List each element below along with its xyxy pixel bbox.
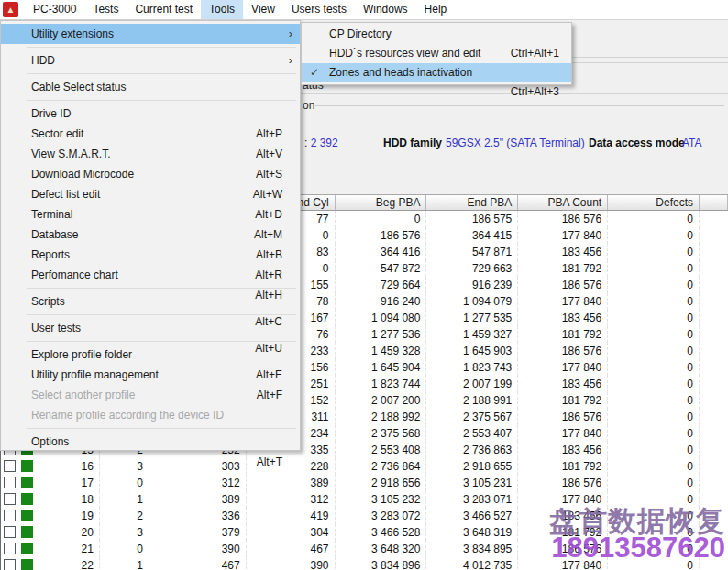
cell-end_pba: 1 823 743 [426,359,518,376]
cell-pba_count: 181 792 [518,260,608,277]
table-row[interactable]: 1633032282 736 8642 918 655181 7920 [1,458,728,475]
row-checkbox[interactable] [4,526,16,538]
menu-item-options[interactable]: OptionsAlt+T [1,432,300,452]
menubar-item-windows[interactable]: Windows [355,0,416,19]
menu-item-rename-profile-according-the-device-id[interactable]: Rename profile according the device ID [1,405,300,425]
cell-zone: 20 [39,524,100,541]
cell-beg_pba: 3 834 896 [336,557,427,570]
table-row[interactable]: 1813893123 105 2323 283 071177 8400 [1,491,728,508]
cell-beg_pba: 2 918 656 [336,475,427,491]
filler-cell [700,508,728,524]
cell-beg_cyl: 336 [149,508,247,524]
cell-beg_pba: 2 188 992 [336,409,427,425]
submenu-item-cp-directory[interactable]: CP DirectoryCtrl+Alt+1 [302,25,571,44]
checkbox-cell [1,491,17,508]
menubar-item-tools[interactable]: Tools [201,0,243,19]
menu-item-explore-profile-folder[interactable]: Explore profile folderAlt+E [1,345,300,365]
menu-item-view-s-m-a-r-t[interactable]: View S.M.A.R.T.Alt+S [1,144,300,164]
menu-item-terminal[interactable]: TerminalAlt+M [1,204,300,225]
filler-cell [700,359,728,376]
cell-zone: 22 [39,557,100,570]
table-row[interactable]: 2214673903 834 8964 012 735177 8400 [1,557,728,570]
row-checkbox[interactable] [4,559,16,570]
column-header-beg-pba[interactable]: Beg PBA [336,195,427,210]
checkbox-cell [1,541,17,557]
row-checkbox[interactable] [4,543,16,554]
menubar-item-view[interactable]: View [243,0,283,19]
table-row[interactable]: 1703123892 918 6563 105 231186 5760 [1,475,728,491]
cell-defects: 0 [608,508,700,524]
filler-cell [700,491,728,508]
cell-defects: 0 [608,293,700,310]
table-row[interactable]: 2103904673 648 3203 834 895186 5760 [1,541,728,557]
cell-defects: 0 [608,326,700,343]
cell-end_pba: 2 736 863 [426,442,518,458]
cell-hd: 1 [100,491,149,508]
table-row[interactable]: 2033793043 466 5283 648 319181 7920 [1,524,728,541]
cell-end_pba: 2 918 655 [426,458,518,475]
submenu-item-shortcut: Ctrl+Alt+3 [511,82,559,102]
menu-item-reports[interactable]: ReportsAlt+R [1,245,300,265]
row-checkbox[interactable] [4,460,16,472]
cell-end_pba: 1 645 903 [426,343,518,359]
cell-defects: 0 [608,524,700,541]
menu-item-hdd[interactable]: HDD› [1,50,300,71]
cell-zone: 16 [39,458,100,475]
menu-separator [27,73,296,74]
menu-item-utility-extensions[interactable]: Utility extensions› [1,24,300,44]
checkbox-cell [1,557,17,570]
menu-item-label: Rename profile according the device ID [31,409,224,422]
column-header-col10[interactable] [700,195,728,210]
submenu-item-zones-and-heads-inactivation[interactable]: ✓Zones and heads inactivationCtrl+Alt+3 [302,63,571,82]
menu-item-cable-select-status[interactable]: Cable Select status [1,77,300,97]
menu-item-utility-profile-management[interactable]: Utility profile managementAlt+F [1,365,300,385]
submenu-item-label: Zones and heads inactivation [329,66,472,79]
cell-pba_count: 183 456 [518,376,608,392]
menubar-item-help[interactable]: Help [416,0,456,19]
row-checkbox[interactable] [4,477,16,488]
app-window: atus on : 2 392 HDD family 59GSX 2.5" (S… [0,0,728,570]
menu-item-defect-list-edit[interactable]: Defect list editAlt+D [1,184,300,204]
column-header-defects[interactable]: Defects [608,195,700,210]
submenu-item-hdd-s-resources-view-and-edit[interactable]: HDD`s resources view and editCtrl+Alt+2 [302,44,571,63]
table-row[interactable]: 1923364193 283 0723 466 527183 4560 [1,508,728,524]
column-header-pba-count[interactable]: PBA Count [518,195,608,210]
menubar-item-users-tests[interactable]: Users tests [283,0,355,19]
menubar-item-tests[interactable]: Tests [84,0,127,19]
menu-item-drive-id[interactable]: Drive IDAlt+P [1,104,300,124]
cell-pba_count: 181 792 [518,392,608,409]
menu-item-sector-edit[interactable]: Sector editAlt+V [1,124,300,144]
filler-cell [700,442,728,458]
cell-end_pba: 1 277 535 [426,310,518,326]
menu-separator [27,100,296,101]
tools-menu: Utility extensions›HDD›Cable Select stat… [0,20,301,451]
column-header-end-pba[interactable]: End PBA [426,195,518,210]
status-cell [17,508,39,524]
row-checkbox[interactable] [4,510,16,521]
menu-item-label: Options [31,435,69,448]
status-cell [17,491,39,508]
filler-cell [700,425,728,442]
menu-item-select-another-profile[interactable]: Select another profile [1,385,300,405]
filler-cell [700,277,728,293]
cell-beg_pba: 2 553 408 [336,442,427,458]
groupbox-label-fragment: on [303,99,314,112]
cell-end_pba: 3 283 071 [426,491,518,508]
menubar-item-current-test[interactable]: Current test [127,0,201,19]
cell-pba_count: 186 576 [518,475,608,491]
menu-item-user-tests[interactable]: User testsAlt+U [1,318,300,338]
menu-item-label: HDD [31,54,55,67]
menu-item-label: Cable Select status [31,81,126,93]
cell-beg_pba: 186 576 [336,227,427,244]
menubar-item-pc-3000[interactable]: PC-3000 [25,0,84,19]
menu-item-scripts[interactable]: ScriptsAlt+C [1,291,300,312]
cell-beg_pba: 3 648 320 [336,541,427,557]
row-checkbox[interactable] [4,493,16,505]
menu-item-perfomance-chart[interactable]: Perfomance chartAlt+H [1,265,300,285]
menu-item-download-microcode[interactable]: Download MicrocodeAlt+W [1,164,300,184]
menu-item-shortcut: Alt+T [257,452,282,472]
hdd-family-label: HDD family [383,136,442,150]
menu-item-database[interactable]: DatabaseAlt+B [1,225,300,245]
cell-end_pba: 547 871 [426,244,518,260]
cell-end_cyl: 304 [247,524,336,541]
